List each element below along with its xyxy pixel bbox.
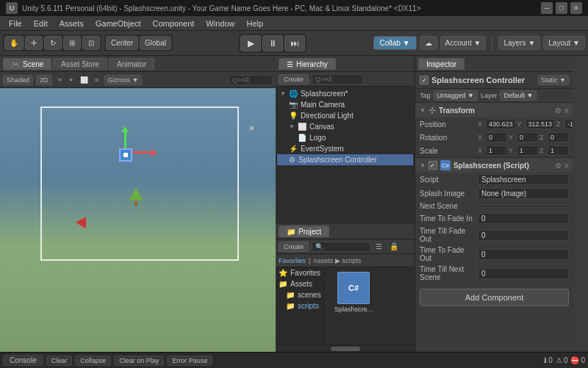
tab-project[interactable]: 📁 Project: [279, 226, 329, 237]
hierarchy-item-eventsystem[interactable]: ⚡ EventSystem: [277, 143, 413, 154]
menu-assets[interactable]: Assets: [54, 18, 90, 29]
game-tab-label: Scene: [23, 60, 43, 68]
rotation-values: X 0 Y 0 Z 0: [478, 132, 569, 142]
rect-tool-button[interactable]: ⊡: [82, 36, 100, 50]
script-header[interactable]: ▼ ✓ C# Splashscreen (Script) ⚙ ≡: [415, 158, 573, 173]
menu-help[interactable]: Help: [240, 18, 269, 29]
add-component-button[interactable]: Add Component: [420, 289, 569, 306]
gizmos-button[interactable]: Gizmos ▼: [104, 75, 143, 85]
tab-hierarchy[interactable]: ☰ Hierarchy: [279, 58, 336, 70]
tag-dropdown[interactable]: Untagged ▼: [434, 90, 478, 101]
project-tabs: 📁 Project: [276, 223, 415, 239]
splash-image-value[interactable]: None (Image): [478, 188, 569, 199]
time-fade-out-value[interactable]: 0: [478, 249, 569, 260]
menu-component[interactable]: Component: [146, 18, 200, 29]
cloud-button[interactable]: ☁: [420, 36, 437, 50]
transform-gear-icon[interactable]: ⚙: [555, 107, 562, 115]
rotation-x-value[interactable]: 0: [486, 132, 507, 142]
tab-inspector[interactable]: Inspector: [418, 58, 465, 70]
scale-tool-button[interactable]: ⊞: [63, 36, 81, 50]
step-button[interactable]: ⏭: [284, 35, 305, 51]
clear-on-play-button[interactable]: Clear on Play: [114, 356, 164, 366]
hierarchy-item-directionallight[interactable]: 💡 Directional Light: [277, 110, 413, 121]
object-active-checkbox[interactable]: ✓: [420, 76, 429, 84]
scene-search-input[interactable]: [229, 75, 273, 85]
project-folder-scenes[interactable]: 📁 scenes: [276, 289, 326, 300]
rotation-z-value[interactable]: 0: [548, 132, 569, 142]
inspector-object-name: Splashscreen Controller: [431, 76, 535, 84]
close-button[interactable]: ✕: [570, 2, 582, 14]
rotation-z-field: Z 0: [539, 132, 569, 142]
transform-header[interactable]: ▼ ⊹ Transform ⚙ ≡: [415, 103, 573, 118]
hierarchy-item-splashscreen-controller[interactable]: ⚙ Splashscreen Controller: [277, 154, 413, 165]
maximize-button[interactable]: □: [556, 2, 567, 14]
hierarchy-item-canvas[interactable]: ▼ ⬜ Canvas: [277, 121, 413, 132]
global-button[interactable]: Global: [140, 36, 171, 50]
script-gear-icon[interactable]: ⚙: [555, 162, 562, 170]
shaded-button[interactable]: Shaded: [3, 75, 33, 85]
tab-asset-store[interactable]: Asset Store: [53, 58, 107, 70]
canvas-icon: ⬜: [298, 123, 306, 131]
info-icon: ℹ: [544, 356, 547, 364]
rotate-tool-button[interactable]: ↻: [44, 36, 62, 50]
hierarchy-item-logo[interactable]: 📄 Logo: [277, 132, 413, 143]
menu-edit[interactable]: Edit: [28, 18, 54, 29]
clear-button[interactable]: Clear: [46, 356, 73, 366]
project-scrollbar[interactable]: [276, 344, 415, 352]
console-tab[interactable]: Console: [3, 355, 43, 366]
menu-window[interactable]: Window: [200, 18, 240, 29]
scale-row: Scale X 1 Y 1 Z 1: [415, 144, 573, 157]
position-y-value[interactable]: 312.513: [526, 119, 556, 129]
collab-button[interactable]: Collab ▼: [373, 36, 417, 50]
time-fade-in-value[interactable]: 0: [478, 213, 569, 224]
account-button[interactable]: Account ▼: [440, 36, 487, 50]
layer-dropdown[interactable]: Default ▼: [500, 90, 537, 101]
project-search-input[interactable]: [312, 242, 370, 252]
pause-button[interactable]: ⏸: [262, 35, 283, 51]
project-folder-favorites[interactable]: ⭐ Favorites: [276, 267, 326, 278]
project-file-splashscreen[interactable]: C# Splashscre...: [331, 272, 376, 313]
collapse-button[interactable]: Collapse: [75, 356, 111, 366]
position-x-value[interactable]: 430.623: [486, 119, 516, 129]
rotation-y-value[interactable]: 0: [517, 132, 538, 142]
tab-game[interactable]: 🎮 Scene: [3, 58, 51, 70]
position-z-value[interactable]: -163.20: [564, 119, 573, 129]
hierarchy-item-splashscreen[interactable]: ▼ 🌐 Splashscreen*: [277, 88, 413, 99]
static-button[interactable]: Static ▼: [538, 75, 569, 85]
script-value[interactable]: Splashscreen: [478, 174, 569, 185]
menu-file[interactable]: File: [3, 18, 28, 29]
hand-tool-button[interactable]: ✋: [4, 36, 24, 50]
hierarchy-create-button[interactable]: Create: [279, 74, 309, 84]
scale-x-value[interactable]: 1: [486, 145, 507, 156]
script-active-checkbox[interactable]: ✓: [429, 161, 437, 170]
time-till-fade-out-value[interactable]: 0: [478, 230, 569, 241]
layout-dropdown[interactable]: Layout ▼: [543, 36, 585, 50]
project-view-toggle[interactable]: ☰: [373, 242, 384, 251]
script-menu-icon[interactable]: ≡: [564, 162, 569, 170]
time-next-value[interactable]: 0: [478, 268, 569, 279]
menu-gameobject[interactable]: GameObject: [90, 18, 147, 29]
scale-y-value[interactable]: 1: [517, 145, 538, 156]
inspector-tabs: Inspector: [415, 56, 573, 72]
project-lock-icon[interactable]: 🔒: [387, 242, 401, 251]
scale-z-value[interactable]: 1: [548, 145, 569, 156]
hierarchy-search-input[interactable]: [312, 74, 363, 84]
scene-view[interactable]: ⊕: [0, 88, 276, 352]
center-button[interactable]: Center: [106, 36, 138, 50]
2d-button[interactable]: 2D: [36, 75, 52, 85]
error-icon: ⛔: [570, 356, 579, 364]
hierarchy-item-maincamera[interactable]: 📷 Main Camera: [277, 99, 413, 110]
transform-menu-icon[interactable]: ≡: [564, 107, 569, 115]
next-scene-value[interactable]: [478, 205, 569, 208]
logo-icon: 📄: [298, 134, 306, 142]
error-pause-button[interactable]: Error Pause: [167, 356, 212, 366]
project-folder-assets[interactable]: 📁 Assets: [276, 278, 326, 289]
tab-animator[interactable]: Animator: [109, 58, 154, 70]
project-create-button[interactable]: Create: [279, 242, 309, 252]
project-folder-scripts[interactable]: 📁 scripts: [276, 300, 326, 311]
play-button[interactable]: ▶: [240, 35, 261, 51]
minimize-button[interactable]: ─: [541, 2, 553, 14]
layers-dropdown[interactable]: Layers ▼: [498, 36, 540, 50]
transform-expand-icon: ▼: [420, 107, 426, 114]
move-tool-button[interactable]: ✛: [25, 36, 43, 50]
